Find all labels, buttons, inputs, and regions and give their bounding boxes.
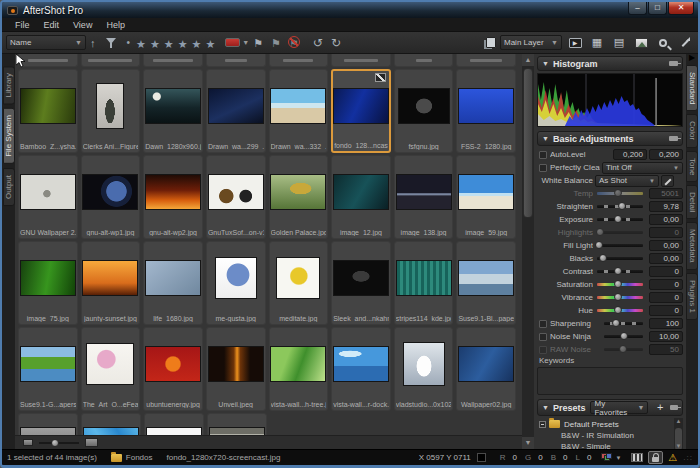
collapse-icon[interactable]: ▼ xyxy=(542,60,549,67)
thumbnail-image[interactable] xyxy=(21,347,75,381)
thumbnail-cell-partial[interactable] xyxy=(394,54,454,67)
thumbnail-cell-partial[interactable] xyxy=(207,413,267,437)
sort-ascending-icon[interactable]: ↑ xyxy=(90,33,96,53)
menu-item-view[interactable]: View xyxy=(66,20,99,30)
thumbnail-cell[interactable]: Clerks Ani...Figure.jpg xyxy=(81,69,141,153)
collapse-icon[interactable]: ▼ xyxy=(542,135,549,142)
slider-track[interactable] xyxy=(597,244,643,247)
grid-view-button[interactable]: ▦ xyxy=(588,35,606,51)
minimize-button[interactable]: – xyxy=(628,2,647,15)
tab-detail[interactable]: Detail xyxy=(686,185,698,219)
tab-file-system[interactable]: File System xyxy=(3,108,15,164)
thumbnail-image[interactable] xyxy=(459,175,513,209)
thumbnail-cell[interactable]: gnu-alt-wp2.jpg xyxy=(143,155,203,239)
thumbnail-image[interactable] xyxy=(271,175,325,209)
thumbnail-image[interactable] xyxy=(21,261,75,295)
thumbnail-image[interactable] xyxy=(397,261,451,295)
rotate-left-icon[interactable]: ↺ xyxy=(313,33,323,53)
preset-item[interactable]: B&W - Simple xyxy=(539,441,683,449)
warning-icon[interactable]: ⚠ xyxy=(668,452,677,463)
chevron-down-icon[interactable]: ▼ xyxy=(615,455,621,461)
value-input[interactable]: 10,00 xyxy=(649,331,683,342)
grid-scrollbar[interactable]: ▲ ▼ xyxy=(522,54,534,449)
zoom-tool-button[interactable] xyxy=(654,35,672,51)
thumbnail-cell[interactable]: image_59.jpg xyxy=(456,155,516,239)
thumbnail-image[interactable] xyxy=(146,89,200,123)
value-input[interactable]: 0,200 xyxy=(613,149,647,160)
pin-icon[interactable] xyxy=(670,405,678,410)
thumbnail-cell[interactable]: Wallpaper02.jpg xyxy=(456,327,516,411)
slider-handle[interactable] xyxy=(51,439,59,447)
value-input[interactable]: 0,200 xyxy=(649,149,683,160)
layer-select[interactable]: Main Layer ▼ xyxy=(500,35,562,50)
thumbnail-cell[interactable]: The_Art_O...eFear.jpg xyxy=(81,327,141,411)
thumbnail-cell[interactable]: life_1680.jpg xyxy=(143,241,203,325)
slider-track[interactable] xyxy=(597,231,643,234)
thumbnail-cell[interactable]: image_75.jpg xyxy=(18,241,78,325)
thumbnail-image[interactable] xyxy=(459,261,513,295)
scroll-down-button[interactable]: ▼ xyxy=(522,437,534,449)
thumbnail-cell[interactable]: Dawn_1280x960.jpg xyxy=(143,69,203,153)
thumbnail-cell[interactable]: GNU Wallpaper 2.jpg xyxy=(18,155,78,239)
value-input[interactable]: 5001 xyxy=(649,188,683,199)
slider-handle[interactable] xyxy=(618,202,626,210)
thumbnail-cell-partial[interactable] xyxy=(143,54,203,67)
thumbnail-cell-partial[interactable] xyxy=(18,54,78,67)
presets-scrollbar[interactable]: ▲ ▼ xyxy=(674,418,683,449)
slider-handle[interactable] xyxy=(595,241,603,249)
thumbnail-image[interactable] xyxy=(271,89,325,123)
keywords-input[interactable] xyxy=(537,367,683,395)
value-input[interactable]: 0,00 xyxy=(649,253,683,264)
close-button[interactable]: ✕ xyxy=(668,2,694,15)
large-thumbnail-icon[interactable] xyxy=(85,438,98,447)
thumbnail-cell[interactable]: Drawn_wa...332_.jpg xyxy=(269,69,329,153)
thumbnail-cell-partial[interactable] xyxy=(456,54,516,67)
tree-collapse-icon[interactable] xyxy=(539,421,546,428)
thumbnail-cell[interactable]: vladstudio...0x1024.jpg xyxy=(394,327,454,411)
slider-handle[interactable] xyxy=(614,306,622,314)
thumbnail-cell[interactable]: Bamboo_Z...ysha.jpg xyxy=(18,69,78,153)
thumbnail-size-slider[interactable] xyxy=(39,442,79,444)
thumbnail-cell[interactable]: vista-wall...h-tree.jpg xyxy=(269,327,329,411)
thumbnail-image[interactable] xyxy=(397,175,451,209)
value-input[interactable]: 100 xyxy=(649,318,683,329)
tab-metadata[interactable]: Metadata xyxy=(686,222,698,269)
slider-track[interactable] xyxy=(597,296,643,299)
thumbnail-image[interactable] xyxy=(97,84,123,128)
thumbnail-cell-partial[interactable] xyxy=(269,54,329,67)
slider-track[interactable] xyxy=(597,257,643,260)
title-bar[interactable]: AfterShot Pro – □ ✕ xyxy=(2,2,698,18)
menu-item-edit[interactable]: Edit xyxy=(37,20,67,30)
thumbnail-cell[interactable]: image_138.jpg xyxy=(394,155,454,239)
value-input[interactable]: 0 xyxy=(649,279,683,290)
thumbnail-image[interactable] xyxy=(209,89,263,123)
value-input[interactable]: 0,00 xyxy=(649,214,683,225)
white-balance-select[interactable]: As Shot▼ xyxy=(595,175,659,187)
soft-proof-icon[interactable] xyxy=(631,453,643,462)
pin-icon[interactable] xyxy=(669,136,678,141)
flag-finish-icon[interactable]: ⚑ xyxy=(271,33,281,53)
slider-track[interactable] xyxy=(597,205,643,208)
pin-icon[interactable] xyxy=(669,61,678,66)
thumbnail-cell-partial[interactable] xyxy=(18,413,78,437)
layers-button[interactable] xyxy=(482,35,500,51)
flag-pick-icon[interactable]: ⚑ xyxy=(253,33,263,53)
slider-handle[interactable] xyxy=(599,254,607,262)
value-input[interactable]: 0 xyxy=(649,227,683,238)
thumbnail-image[interactable] xyxy=(146,347,200,381)
scrollbar-thumb[interactable] xyxy=(523,68,533,218)
value-input[interactable]: 0 xyxy=(649,266,683,277)
thumbnail-cell-partial[interactable] xyxy=(206,54,266,67)
thumbnail-image[interactable] xyxy=(146,175,200,209)
star-icon[interactable]: ★ xyxy=(192,38,202,50)
add-preset-button[interactable]: + xyxy=(654,401,666,414)
star-icon[interactable]: ★ xyxy=(205,38,215,50)
filter-icon[interactable] xyxy=(106,38,117,48)
star-icon[interactable]: ★ xyxy=(150,38,160,50)
preset-folder-row[interactable]: Default Presets xyxy=(539,418,683,430)
thumbnail-image[interactable] xyxy=(83,261,137,295)
value-input[interactable]: 0,00 xyxy=(649,240,683,251)
slider-track[interactable] xyxy=(597,283,643,286)
value-input[interactable]: 50 xyxy=(649,344,683,355)
slider-track[interactable] xyxy=(604,348,643,351)
